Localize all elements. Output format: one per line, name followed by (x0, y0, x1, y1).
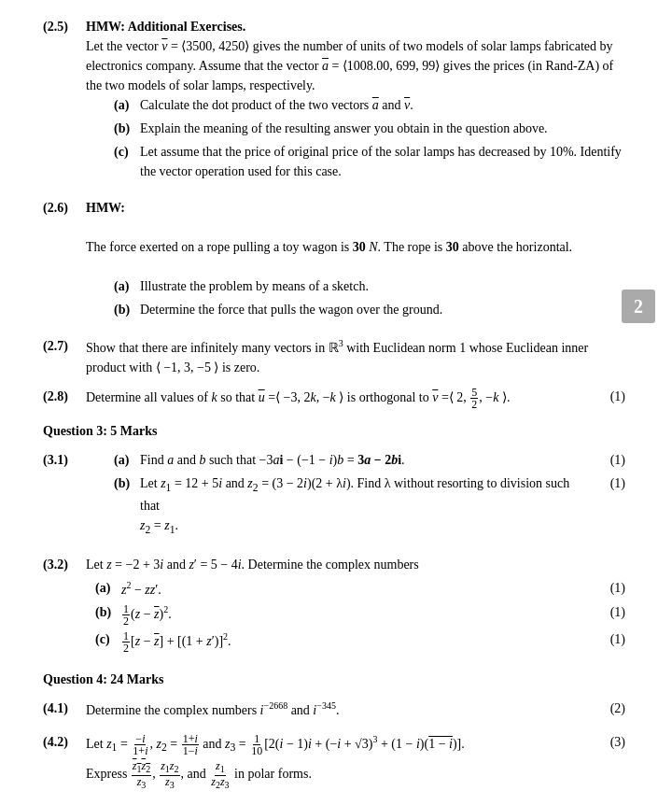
section-2-7: (2.7) Show that there are infinitely man… (43, 336, 625, 377)
sub-item-2-5-c: (c) Let assume that the price of origina… (114, 142, 625, 181)
section-label-2-6: (2.6) (43, 198, 86, 218)
question-3-heading: Question 3: 5 Marks (43, 421, 625, 441)
section-content-2-6: HMW: The force exerted on a rope pulling… (86, 198, 625, 323)
section-content-2-8: Determine all values of k so that u =⟨ −… (86, 387, 625, 410)
section-4-1: (4.1) Determine the complex numbers i−26… (43, 699, 625, 720)
section-content-4-2: Let z1 = −i 1+i , z2 = 1+i 1−i and z3 = (86, 732, 625, 790)
sub-items-2-6: (a) Illustrate the problem by means of a… (95, 257, 625, 319)
page-container: 2 (2.5) HMW: Additional Exercises. Let t… (43, 17, 625, 790)
page-number: 2 (622, 290, 655, 323)
sub-items-3-1: (a) Find a and b such that −3ai − (−1 − … (95, 450, 625, 539)
points-3-2-a: (1) (588, 578, 625, 598)
section-label-4-1: (4.1) (43, 699, 86, 718)
section-label-3-1: (3.1) (43, 450, 86, 470)
section-3-1: (3.1) (a) Find a and b such that −3ai − … (43, 450, 625, 543)
section-label-2-7: (2.7) (43, 336, 86, 356)
section-content-2-5: HMW: Additional Exercises. Let the vecto… (86, 17, 625, 185)
question-4-heading: Question 4: 24 Marks (43, 670, 625, 689)
and-text: and (188, 768, 210, 782)
points-4-1: (2) (588, 699, 625, 718)
section-content-3-1: (a) Find a and b such that −3ai − (−1 − … (86, 450, 625, 543)
sub-item-3-1-b: (b) Let z1 = 12 + 5i and z2 = (3 − 2i)(2… (114, 473, 625, 539)
section-content-3-2: Let z = −2 + 3i and z′ = 5 − 4i. Determi… (86, 555, 625, 657)
points-3-2-b: (1) (588, 602, 625, 622)
sub-item-2-6-a: (a) Illustrate the problem by means of a… (114, 276, 625, 296)
points-4-2: (3) (588, 732, 625, 752)
points-2-8: (1) (588, 387, 625, 406)
points-3-2-c: (1) (588, 629, 625, 649)
section-label-2-5: (2.5) (43, 17, 86, 36)
sub-item-2-5-a: (a) Calculate the dot product of the two… (114, 95, 625, 115)
sub-item-2-5-b: (b) Explain the meaning of the resulting… (114, 119, 625, 138)
section-3-2: (3.2) Let z = −2 + 3i and z′ = 5 − 4i. D… (43, 555, 625, 657)
section-label-2-8: (2.8) (43, 387, 86, 406)
section-title-2-6: HMW: (86, 201, 125, 215)
points-3-1-b: (1) (588, 473, 625, 493)
section-body-2-6: The force exerted on a rope pulling a to… (86, 240, 572, 254)
sub-item-3-2-b: (b) 1 2 (z − z)2. (1) (95, 602, 625, 627)
section-2-8: (2.8) Determine all values of k so that … (43, 387, 625, 410)
sub-item-3-2-a: (a) z2 − zz′. (1) (95, 578, 625, 600)
section-title-2-5: HMW: Additional Exercises. (86, 20, 245, 34)
points-3-1-a: (1) (588, 450, 625, 470)
sub-items-2-5: (a) Calculate the dot product of the two… (95, 95, 625, 181)
sub-item-3-1-a: (a) Find a and b such that −3ai − (−1 − … (114, 450, 625, 470)
section-content-4-1: Determine the complex numbers i−2668 and… (86, 699, 625, 720)
sub-items-3-2: (a) z2 − zz′. (1) (b) 1 2 (95, 578, 625, 654)
sub-item-2-6-b: (b) Determine the force that pulls the w… (114, 300, 625, 319)
section-4-2: (4.2) Let z1 = −i 1+i , z2 = 1+i 1−i (43, 732, 625, 790)
section-2-5: (2.5) HMW: Additional Exercises. Let the… (43, 17, 625, 185)
section-label-4-2: (4.2) (43, 732, 86, 752)
section-content-2-7: Show that there are infinitely many vect… (86, 336, 625, 377)
sub-item-3-2-c: (c) 1 2 [z − z] + [(1 + z′)]2. (1) (95, 629, 625, 654)
section-label-3-2: (3.2) (43, 555, 86, 574)
section-2-6: (2.6) HMW: The force exerted on a rope p… (43, 198, 625, 323)
section-body-2-5: Let the vector v = ⟨3500, 4250⟩ gives th… (86, 39, 613, 92)
